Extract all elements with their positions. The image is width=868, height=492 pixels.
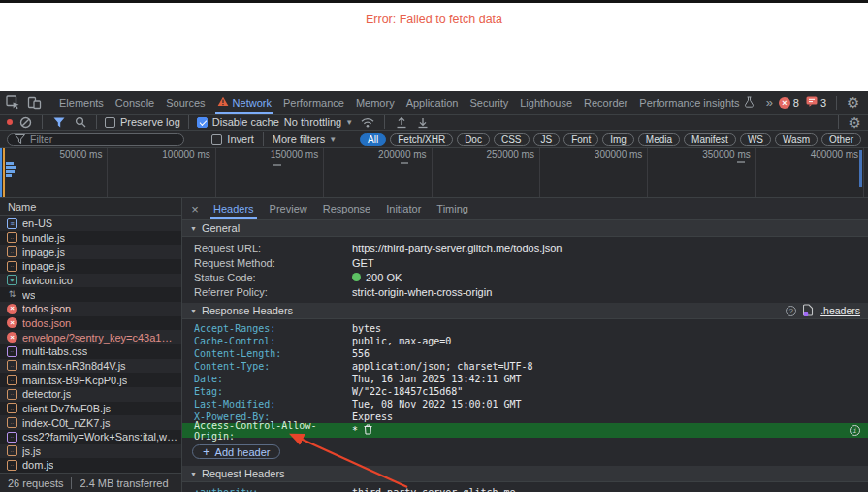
name-column-header[interactable]: Name bbox=[0, 198, 181, 216]
add-header-button[interactable]: + Add header bbox=[192, 444, 280, 459]
filter-pill[interactable]: Font bbox=[563, 133, 598, 146]
request-row[interactable]: todos.json bbox=[0, 316, 181, 331]
request-row[interactable]: js.js bbox=[0, 444, 181, 459]
devtools-tab[interactable]: Security bbox=[464, 91, 514, 114]
device-toolbar-icon[interactable] bbox=[24, 93, 45, 113]
filter-input[interactable] bbox=[30, 133, 177, 145]
close-details-icon[interactable]: × bbox=[184, 198, 206, 219]
network-overview-timeline[interactable]: 50000 ms100000 ms150000 ms200000 ms25000… bbox=[0, 148, 868, 198]
devtools-tab[interactable]: Sources bbox=[160, 91, 210, 114]
filter-pill[interactable]: Doc bbox=[457, 133, 490, 146]
request-row[interactable]: envelope/?sentry_key=c43a1b6af24946 bbox=[0, 330, 181, 344]
details-tab[interactable]: Headers bbox=[206, 198, 262, 219]
search-icon[interactable] bbox=[72, 115, 88, 130]
devtools-tab[interactable]: Elements bbox=[53, 91, 110, 114]
request-row[interactable]: client-Dv7fwF0B.js bbox=[0, 402, 181, 416]
issues-badge[interactable]: 3 bbox=[806, 96, 826, 109]
access-control-allow-origin-row-highlighted[interactable]: Access-Control-Allow-Origin: * i bbox=[182, 423, 868, 438]
request-row[interactable]: index-C0t_nZK7.js bbox=[0, 415, 181, 430]
filter-pill[interactable]: Wasm bbox=[775, 133, 818, 146]
request-row[interactable]: detector.js bbox=[0, 387, 181, 402]
devtools-tab[interactable]: Application bbox=[401, 91, 465, 114]
header-value: bytes bbox=[352, 323, 381, 334]
network-conditions-icon[interactable] bbox=[358, 115, 376, 130]
devtools-tab[interactable]: Recorder bbox=[578, 91, 633, 114]
request-row[interactable]: main.tsx-nR3n8d4V.js bbox=[0, 359, 181, 374]
chevron-down-icon: ▼ bbox=[329, 135, 337, 144]
file-type-icon bbox=[7, 360, 17, 371]
filter-pill[interactable]: JS bbox=[533, 133, 561, 146]
info-icon[interactable]: i bbox=[850, 425, 860, 436]
file-type-icon bbox=[7, 232, 17, 243]
request-row[interactable]: multi-tabs.css bbox=[0, 344, 181, 359]
response-header-row: Last-Modified: Tue, 08 Nov 2022 15:00:01… bbox=[182, 398, 868, 410]
devtools-tab[interactable]: Lighthouse bbox=[514, 91, 578, 114]
details-tab[interactable]: Preview bbox=[262, 198, 315, 219]
throttling-dropdown[interactable]: No throttling ▼ bbox=[284, 116, 353, 128]
general-section-header[interactable]: ▼ General bbox=[182, 220, 868, 237]
request-headers-section-header[interactable]: ▼ Request Headers bbox=[182, 466, 868, 482]
filter-pill[interactable]: Other bbox=[821, 133, 861, 146]
file-type-icon bbox=[7, 432, 17, 443]
invert-filter-checkbox[interactable]: Invert bbox=[211, 133, 254, 145]
tab-label: Security bbox=[469, 97, 508, 109]
details-tab[interactable]: Initiator bbox=[378, 198, 429, 219]
help-icon[interactable]: ? bbox=[786, 306, 796, 316]
filter-pill[interactable]: Fetch/XHR bbox=[390, 133, 453, 146]
devtools-tab[interactable]: Console bbox=[110, 91, 160, 114]
filter-pill[interactable]: Media bbox=[638, 133, 680, 146]
request-row[interactable]: bundle.js bbox=[0, 231, 181, 246]
general-row: Request Method: GET bbox=[182, 255, 868, 270]
preserve-log-label: Preserve log bbox=[120, 116, 180, 128]
page-error-message: Error: Failed to fetch data bbox=[0, 13, 868, 26]
invert-label: Invert bbox=[227, 133, 254, 145]
filter-toggle-icon[interactable] bbox=[50, 115, 67, 130]
request-row[interactable]: inpage.js bbox=[0, 245, 181, 259]
request-row[interactable]: ws bbox=[0, 287, 181, 302]
network-warning-icon bbox=[217, 96, 229, 109]
header-overrides-file-icon[interactable] bbox=[803, 304, 814, 318]
request-row[interactable]: inpage.js bbox=[0, 259, 181, 274]
devtools-tab[interactable]: Network bbox=[211, 91, 277, 114]
export-har-icon[interactable] bbox=[414, 115, 431, 130]
add-header-label: Add header bbox=[215, 446, 271, 458]
devtools-tab[interactable]: Performance insights bbox=[633, 91, 759, 114]
more-tabs-button[interactable]: » bbox=[760, 95, 779, 110]
network-settings-gear-icon[interactable]: ⚙ bbox=[849, 115, 861, 130]
filter-pill[interactable]: Manifest bbox=[684, 133, 736, 146]
filter-pill[interactable]: Img bbox=[602, 133, 634, 146]
request-name: js.js bbox=[22, 445, 41, 457]
response-headers-section-header[interactable]: ▼ Response Headers ? .headers bbox=[182, 303, 868, 319]
inspect-element-icon[interactable] bbox=[3, 93, 23, 113]
issue-count: 3 bbox=[820, 97, 826, 109]
request-row[interactable]: todos.json bbox=[0, 302, 181, 316]
clear-network-log-icon[interactable] bbox=[17, 115, 34, 130]
console-errors-badge[interactable]: × 8 bbox=[779, 97, 799, 109]
request-type-filter-pills: AllFetch/XHRDocCSSJSFontImgMediaManifest… bbox=[360, 133, 861, 146]
request-row[interactable]: en-US bbox=[0, 216, 181, 231]
more-filters-dropdown[interactable]: More filters ▼ bbox=[273, 133, 337, 145]
filter-pill[interactable]: CSS bbox=[494, 133, 530, 146]
disable-cache-checkbox[interactable]: Disable cache bbox=[197, 116, 279, 128]
general-row: Status Code: 200 OK bbox=[182, 270, 868, 284]
timeline-tick: 150000 ms bbox=[216, 148, 324, 197]
settings-gear-icon[interactable]: ⚙ bbox=[847, 95, 859, 110]
details-tab[interactable]: Timing bbox=[429, 198, 476, 219]
delete-header-override-icon[interactable] bbox=[364, 424, 372, 437]
details-tab[interactable]: Response bbox=[315, 198, 379, 219]
import-har-icon[interactable] bbox=[393, 115, 409, 130]
file-type-icon bbox=[7, 304, 17, 314]
filter-pill[interactable]: WS bbox=[740, 133, 771, 146]
request-row[interactable]: main.tsx-B9FKcpP0.js bbox=[0, 373, 181, 387]
request-row[interactable]: favicon.ico bbox=[0, 274, 181, 288]
summary-item: 3.9 MB r bbox=[177, 477, 181, 489]
record-network-log-button[interactable] bbox=[7, 119, 13, 125]
filter-pill[interactable]: All bbox=[360, 133, 386, 146]
headers-override-link[interactable]: .headers bbox=[820, 305, 860, 316]
devtools-tab[interactable]: Performance bbox=[277, 91, 350, 114]
request-row[interactable]: css2?family=Work+Sans:ital,wght@0,100 bbox=[0, 430, 181, 444]
preserve-log-checkbox[interactable]: Preserve log bbox=[105, 116, 180, 128]
devtools-tab[interactable]: Memory bbox=[350, 91, 401, 114]
request-row[interactable]: dom.js bbox=[0, 458, 181, 473]
more-filters-label: More filters bbox=[273, 133, 325, 145]
